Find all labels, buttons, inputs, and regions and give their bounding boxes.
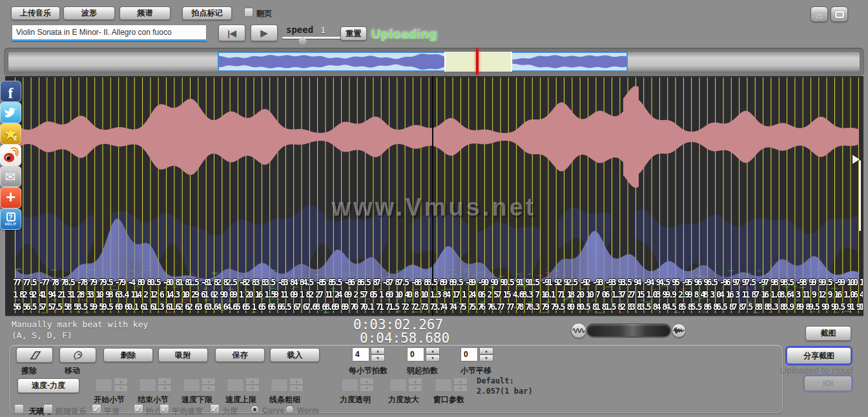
spectrum-button[interactable]: 频谱 (119, 6, 170, 20)
save-button[interactable]: 保存 (215, 348, 265, 362)
beat-number-row-2: 1 82 92 41 94 21 31 28 33 10 98 63.4 114… (13, 289, 863, 301)
tempo-min-input[interactable] (183, 378, 200, 392)
home-button[interactable]: ⌂ (811, 6, 828, 22)
window-param-label: 窗口参数 (433, 394, 464, 405)
tempo-min-label: 速度下限 (181, 394, 212, 405)
tempo-max-stepper[interactable]: ▲▼ (245, 378, 260, 392)
dynamics-label: 力度 (222, 406, 238, 417)
share-screenshot-button[interactable]: 分享截图 (787, 347, 851, 364)
twitter-icon[interactable] (0, 102, 21, 123)
skip-start-icon: |◀ (227, 28, 236, 38)
beats-checkbox[interactable]: ✓ (134, 404, 143, 414)
snap-button[interactable]: 吸附 (158, 348, 208, 362)
addthis-share-icon[interactable]: + (0, 187, 21, 208)
pickup-beats-stepper[interactable]: ▲▼ (426, 347, 440, 361)
stepper-up-icon[interactable]: ▲ (479, 347, 493, 354)
uploaded-status: Uploaded to cloud (780, 365, 853, 376)
wave-monitor-icon[interactable] (571, 323, 586, 338)
speed-slider[interactable] (282, 37, 344, 39)
pickup-beats-label: 弱起拍数 (407, 365, 438, 376)
avg-tempo-label: 平均速度 (172, 406, 203, 417)
dynamics-alpha-stepper[interactable]: ▲▼ (360, 378, 374, 392)
dynamics-checkbox[interactable]: ✓ (210, 404, 220, 414)
reset-button[interactable]: 重置 (340, 26, 367, 41)
load-button[interactable]: 载入 (270, 348, 320, 362)
stepper-down-icon[interactable]: ▼ (479, 354, 493, 361)
waveform-button[interactable]: 波形 (63, 6, 115, 20)
play-icon: ▶ (261, 28, 268, 38)
move-tool-button[interactable] (59, 347, 96, 363)
bar-shift-input[interactable]: 0 (460, 347, 478, 361)
bar-shift-stepper[interactable]: ▲▼ (479, 347, 493, 361)
fullscreen-button[interactable] (831, 6, 848, 22)
question-glyph: ? (6, 212, 16, 221)
window-param-stepper[interactable]: ▲▼ (453, 378, 468, 392)
window-param-input[interactable] (435, 378, 452, 392)
beats-per-bar-input[interactable]: 4 (352, 347, 369, 361)
dynamics-zoom-label: 力度放大 (388, 394, 419, 405)
erase-tool-button[interactable] (16, 347, 53, 363)
stepper-up-icon[interactable]: ▲ (371, 347, 385, 354)
line-width-stepper[interactable]: ▲▼ (289, 378, 304, 392)
eraser-icon (28, 351, 42, 360)
stepper-down-icon[interactable]: ▼ (426, 354, 440, 361)
move-label: 移动 (65, 365, 80, 376)
tempo-dynamics-button[interactable]: 速度-力度 (17, 378, 79, 393)
end-bar-input[interactable] (139, 378, 156, 392)
overview-playhead[interactable] (476, 48, 479, 75)
no-tick-checkbox[interactable]: ✓ (14, 404, 24, 414)
beats-per-bar-stepper[interactable]: ▲▼ (371, 347, 385, 361)
squiggle-glyph (572, 326, 585, 335)
facebook-icon[interactable]: f (0, 81, 21, 102)
stepper-up-icon[interactable]: ▲ (426, 347, 440, 354)
worm-label: Worm (297, 406, 319, 415)
ioi-button[interactable]: IOI (804, 376, 852, 391)
speed-label: speed (286, 25, 313, 35)
twitter-bird-glyph (3, 106, 19, 120)
dynamics-alpha-input[interactable] (341, 378, 358, 392)
avg-tempo-checkbox[interactable]: ✓ (160, 404, 169, 414)
email-icon[interactable]: ✉ (0, 166, 21, 187)
erase-label: 擦除 (21, 365, 37, 376)
volume-slider[interactable] (586, 323, 671, 337)
beat-mark-button[interactable]: 拍点标记 (182, 6, 232, 20)
window-param-default: Default: 2.057(1 bar) (477, 376, 533, 396)
page-turn-label: 翻页 (256, 8, 272, 19)
track-title-input[interactable] (12, 25, 207, 39)
screenshot-button[interactable]: 截图 (805, 326, 851, 341)
tempo-max-input[interactable] (227, 378, 244, 392)
worm-radio[interactable] (285, 405, 294, 414)
qzone-icon[interactable]: ★z (0, 123, 21, 145)
end-bar-stepper[interactable]: ▲▼ (158, 378, 172, 392)
dynamics-zoom-stepper[interactable]: ▲▼ (408, 378, 422, 392)
weibo-icon[interactable] (0, 145, 21, 166)
follow-music-checkbox[interactable]: ✓ (43, 404, 53, 414)
curve-radio[interactable] (251, 405, 259, 414)
facebook-glyph: f (8, 85, 14, 102)
pickup-beats-input[interactable]: 0 (407, 347, 424, 361)
dynamics-zoom-input[interactable] (389, 378, 407, 392)
play-button[interactable]: ▶ (251, 25, 278, 41)
delete-button[interactable]: 删除 (103, 348, 153, 362)
skip-start-button[interactable]: |◀ (218, 25, 245, 41)
start-bar-input[interactable] (95, 378, 112, 392)
vertical-slider[interactable] (859, 160, 861, 231)
wave-output-icon[interactable] (672, 323, 686, 338)
stepper-down-icon[interactable]: ▼ (371, 354, 385, 361)
line-width-input[interactable] (271, 378, 288, 392)
hint-line-1: Manually mark beat with key (12, 319, 148, 330)
page-turn-checkbox[interactable]: ✓ (244, 8, 253, 17)
overview-wave-canvas[interactable] (219, 53, 626, 70)
uploading-status: Uploading (371, 27, 437, 42)
upload-music-button[interactable]: 上传音乐 (11, 6, 60, 20)
dynamics-alpha-label: 力度透明 (340, 394, 371, 405)
start-bar-stepper[interactable]: ▲▼ (114, 378, 128, 392)
beat-number-row-1: 77 77.5 -77 78 78.5 -78 79 79.5 -79 -4 8… (13, 277, 863, 289)
hint-line-2: (A, S, D, F) (12, 330, 148, 341)
waveform-glyph (672, 326, 685, 335)
default-line-2: 2.057(1 bar) (477, 386, 533, 396)
smooth-checkbox[interactable]: ✓ (92, 404, 101, 414)
tempo-min-stepper[interactable]: ▲▼ (202, 378, 216, 392)
line-width-label: 线条粗细 (269, 394, 300, 405)
help-icon[interactable]: ? HELP (0, 208, 21, 230)
